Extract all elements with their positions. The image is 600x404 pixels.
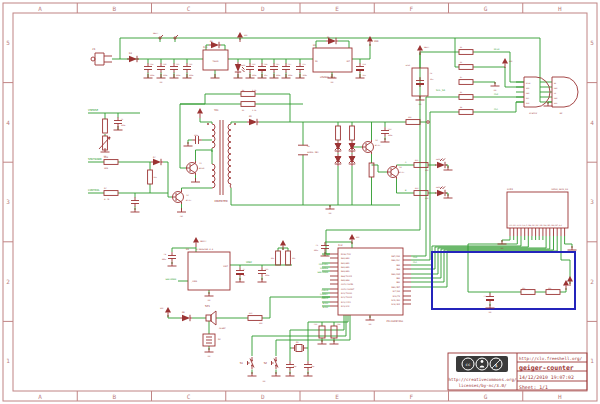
gnd-symbol	[131, 208, 140, 212]
value-label: 100n	[189, 74, 193, 77]
value-label: 10k	[271, 257, 275, 260]
frame-row-label: 4	[6, 119, 10, 126]
resistor	[241, 92, 255, 97]
net-label: VSENSE	[320, 267, 329, 270]
net-label: PGC	[494, 108, 499, 111]
vdd-symbol	[367, 36, 373, 46]
ref-label: D4	[210, 40, 213, 43]
crystal-q1	[292, 345, 306, 352]
ref-label: S2	[264, 361, 268, 365]
value-label: 10u	[264, 74, 267, 77]
value-label: 4.7k	[104, 198, 110, 201]
value-label: 22u	[363, 74, 366, 77]
timestamp: 14/12/2010 19:07:02	[519, 375, 574, 380]
supply-pin	[159, 35, 163, 39]
value-label: 330nF MKT	[307, 151, 320, 154]
resistor	[406, 120, 420, 125]
pin-label: RC7/RX	[393, 290, 401, 293]
ref-label: R3	[242, 109, 244, 112]
frame-col-label: G	[484, 393, 488, 400]
value-label: 100n	[163, 74, 167, 77]
title-block: http://clv.freeshell.org/ geiger-counter…	[448, 353, 587, 390]
connector-name: HV	[560, 112, 563, 115]
resistor	[148, 170, 153, 184]
capacitor	[131, 197, 139, 207]
gnd-label: GND	[369, 323, 372, 326]
value-label: BC517	[186, 199, 191, 202]
value-label: 100n	[265, 274, 269, 277]
lcd-module	[507, 192, 568, 228]
value-label: INVERTER	[214, 199, 228, 203]
net-label: CLKIN	[321, 289, 328, 292]
zener-diode	[335, 141, 341, 153]
frame-row-label: 5	[590, 39, 594, 46]
ref-label: C18	[264, 63, 267, 66]
gnd-symbol	[184, 142, 193, 146]
pushbutton-s2	[272, 357, 279, 369]
frame-col-label: A	[38, 5, 42, 12]
pin-label: OSC1/CLKIN	[341, 283, 354, 286]
connector-name: ICSPAV	[529, 112, 538, 115]
net-label: MCLR	[323, 254, 329, 257]
frame-row-label: 5	[6, 39, 10, 46]
gnd-symbol	[236, 278, 245, 282]
ref-label: R5	[460, 76, 462, 79]
diode	[247, 119, 259, 125]
diode	[209, 42, 221, 48]
schematic-canvas: A B C D E F G H A B C D E F G H 5 4 3 2 …	[0, 0, 600, 404]
gnd-label: GND	[180, 215, 183, 218]
resistor	[459, 50, 473, 55]
gnd-symbol	[304, 372, 313, 376]
value-label: 100n	[276, 74, 280, 77]
resistor	[103, 119, 108, 133]
pin-label: RA2/AN2	[341, 266, 350, 269]
capacitor	[144, 63, 152, 73]
ref-label: C26	[189, 63, 192, 66]
gnd-symbol	[114, 126, 123, 130]
value-label: 390	[425, 197, 428, 200]
value-label: 10u	[430, 78, 433, 81]
resistor	[276, 251, 281, 265]
pin-label: RC5/SDO	[392, 299, 401, 302]
transformer-tr1	[207, 120, 236, 195]
ref-label: C25	[276, 63, 279, 66]
value-label: ECAP	[406, 64, 410, 67]
gnd-symbol	[248, 372, 257, 376]
ref-label: U2	[186, 248, 190, 251]
pin-label: OSC2/CLKOUT	[341, 288, 355, 291]
net-label: AUDIO	[321, 297, 328, 300]
pin-label: AUX	[554, 102, 558, 105]
capacitor	[170, 63, 178, 73]
ref-label: J1	[92, 47, 96, 51]
pin-label: RA0/AN0	[341, 257, 350, 260]
schematic-sheet: A B C D E F G H A B C D E F G H 5 4 3 2 …	[0, 0, 600, 404]
value-label: 100n	[303, 74, 307, 77]
net-label: CONTROL	[88, 188, 100, 192]
capacitor	[296, 63, 304, 73]
gnd-symbol	[366, 316, 375, 320]
resistor	[248, 316, 262, 321]
led	[435, 187, 447, 197]
value-label: TUXGR_16X2_R2	[551, 188, 569, 191]
gnd-symbol	[272, 372, 281, 376]
pin-label: RB4	[396, 268, 400, 270]
pin-label: VDD	[526, 87, 529, 89]
vdd-symbol	[165, 307, 171, 317]
value-label: 390	[425, 169, 428, 172]
zener-diode	[349, 154, 355, 166]
pin-label: _SHDN	[191, 280, 198, 283]
value-label: 100n	[150, 74, 154, 77]
project-title: geiger-counter	[519, 364, 574, 372]
net-label: BTN2	[323, 306, 329, 309]
value-label: 100n	[288, 74, 292, 77]
ref-label: T1	[199, 162, 202, 165]
pin-label: RC6/TX	[393, 295, 401, 298]
capacitor	[192, 136, 202, 144]
frame-col-label: E	[335, 5, 339, 12]
frame-row-label: 2	[6, 278, 10, 285]
transistor-t2	[173, 190, 184, 204]
value-label: 100n	[162, 258, 166, 261]
net-label: CLKOUT	[320, 293, 329, 296]
frame-col-label: H	[558, 393, 562, 400]
ref-label: C20	[163, 63, 166, 66]
